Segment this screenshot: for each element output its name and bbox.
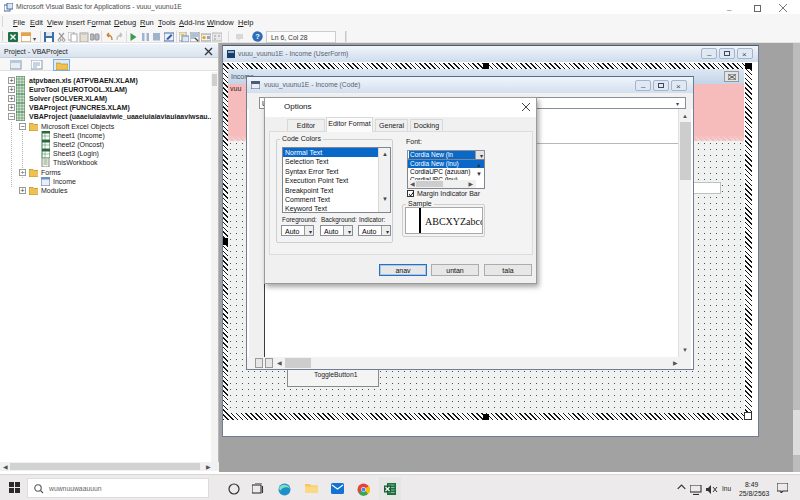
svg-text:?: ? <box>255 32 260 41</box>
